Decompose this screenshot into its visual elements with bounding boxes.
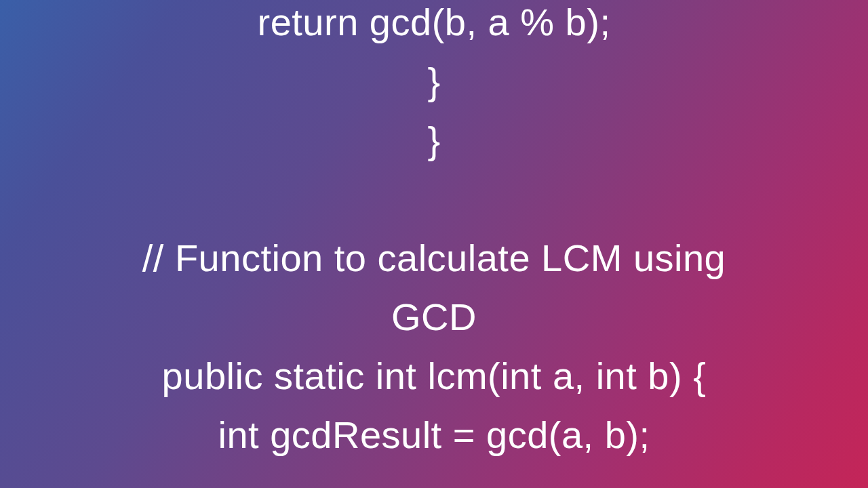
code-snippet: return gcd(b, a % b); } } // Function to… — [0, 0, 868, 465]
blank-line-spacer — [0, 169, 868, 229]
code-line-method-sig: public static int lcm(int a, int b) { — [0, 347, 868, 406]
code-line-return: return gcd(b, a % b); — [0, 0, 868, 52]
code-line-brace-1: } — [0, 52, 868, 111]
code-line-comment-2: GCD — [0, 288, 868, 347]
code-line-comment-1: // Function to calculate LCM using — [0, 229, 868, 288]
code-line-gcd-result: int gcdResult = gcd(a, b); — [0, 406, 868, 465]
code-line-brace-2: } — [0, 111, 868, 170]
